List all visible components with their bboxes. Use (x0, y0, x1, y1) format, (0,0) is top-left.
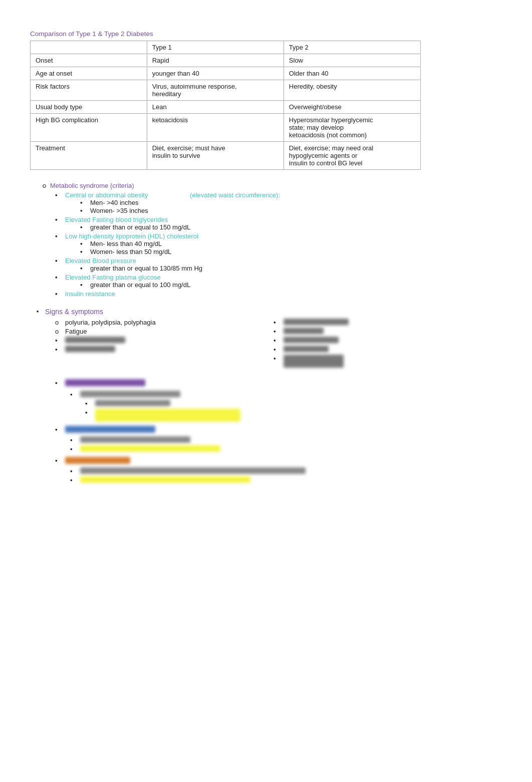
blurred-section-2: ▪ (55, 426, 502, 433)
sub-item: ▪ greater than or equal to 100 mg/dL (80, 281, 502, 289)
signs-item-bullet: o (55, 328, 65, 335)
bullet: ▪ (55, 457, 65, 464)
blurred-sub-item: ▪ (70, 391, 502, 398)
blurred-text (65, 337, 125, 343)
row-type2: Heredity, obesity (284, 80, 420, 101)
bullet: ▪ (70, 445, 80, 453)
blurred-text (95, 400, 170, 406)
criteria-item-hdl: ▪ Low high-density lipoprotein (HDL) cho… (55, 232, 502, 256)
signs-item-bullet: ▪ (274, 346, 284, 353)
criteria-content: Elevated Blood pressure ▪ greater than o… (65, 257, 502, 273)
criteria-bullet: ▪ (55, 216, 65, 223)
criteria-item: ▪ Central or abdominal obesity (elevated… (55, 191, 502, 215)
row-label: Usual body type (31, 101, 147, 114)
signs-section: ▪ Signs & symptoms o polyuria, polydipsi… (30, 308, 502, 369)
blurred-text (284, 328, 324, 334)
metabolic-title: Metabolic syndrome (criteria) (50, 182, 134, 189)
signs-item-blurred: ▪ (274, 337, 502, 344)
blurred-highlight (95, 409, 240, 422)
signs-col-left: o polyuria, polydipsia, polyphagia o Fat… (30, 319, 258, 369)
sub-bullet: ▪ (80, 223, 90, 231)
row-type2: Overweight/obese (284, 101, 420, 114)
signs-item-bullet: ▪ (274, 337, 284, 344)
row-label: Risk factors (31, 80, 147, 101)
table-row: Age at onset younger than 40 Older than … (31, 67, 421, 80)
signs-item-bullet: o (55, 319, 65, 326)
criteria-bullet: ▪ (55, 232, 65, 240)
sub-item: ▪ Women- less than 50 mg/dL (80, 248, 502, 255)
criteria-content: Central or abdominal obesity (elevated w… (65, 191, 502, 215)
sub-item: ▪ greater than or equal to 150 mg/dL (80, 223, 502, 231)
criteria-item-insulin: ▪ insulin resistance (55, 290, 502, 298)
row-label: Treatment (31, 142, 147, 170)
sub-item: ▪ greater than or equal to 130/85 mm Hg (80, 265, 502, 272)
blurred-text (284, 355, 344, 368)
criteria-label: Central or abdominal obesity (65, 191, 148, 199)
bullet: ▪ (55, 426, 65, 433)
table-title: Comparison of Type 1 & Type 2 Diabetes (30, 30, 502, 38)
signs-item-blurred: ▪ (274, 319, 502, 326)
sub-list: ▪ greater than or equal to 130/85 mm Hg (80, 265, 502, 272)
blurred-text (284, 346, 329, 352)
criteria-label-triglycerides: Elevated Fasting blood triglycerides (65, 216, 168, 223)
bullet: ▪ (70, 476, 80, 484)
blurred-item-highlight: ▪ (70, 445, 502, 453)
sub-list: ▪ Men- less than 40 mg/dL ▪ Women- less … (80, 240, 502, 255)
criteria-item-glucose: ▪ Elevated Fasting plasma glucose ▪ grea… (55, 274, 502, 289)
signs-bullet: ▪ (30, 308, 45, 315)
criteria-content: Low high-density lipoprotein (HDL) chole… (65, 232, 502, 256)
signs-item-blurred: ▪ (274, 346, 502, 353)
blurred-highlight-3 (80, 476, 250, 483)
blurred-highlight-2 (80, 445, 220, 452)
sub-list: ▪ Men- >40 inches ▪ Women- >35 inches (80, 199, 502, 214)
table-row: Risk factors Virus, autoimmune response,… (31, 80, 421, 101)
sub-bullet: ▪ (80, 281, 90, 289)
sub-bullet: ▪ (80, 265, 90, 272)
blurred-title-3 (65, 457, 130, 464)
criteria-bullet: ▪ (55, 191, 65, 199)
blurred-sub-section-2: ▪ ▪ (70, 436, 502, 453)
criteria-content: Elevated Fasting blood triglycerides ▪ g… (65, 216, 502, 231)
bullet: ▪ (70, 467, 80, 475)
blurred-item-highlight: ▪ (70, 476, 502, 484)
criteria-extra: (elevated waist circumference): (190, 191, 280, 199)
criteria-content: insulin resistance (65, 290, 502, 298)
sub-text: Women- >35 inches (90, 207, 148, 214)
signs-item: o Fatigue (55, 328, 258, 335)
blurred-text (284, 337, 339, 343)
row-type2: Slow (284, 54, 420, 67)
blurred-section-3: ▪ (55, 457, 502, 464)
criteria-bullet: ▪ (55, 274, 65, 281)
blurred-text (80, 391, 180, 397)
sub-list: ▪ greater than or equal to 100 mg/dL (80, 281, 502, 289)
blurred-sub-section-3: ▪ ▪ (70, 467, 502, 484)
criteria-label-bp: Elevated Blood pressure (65, 257, 136, 265)
row-type1: Lean (147, 101, 284, 114)
signs-item-blurred: ▪ (55, 346, 258, 353)
table-row: Onset Rapid Slow (31, 54, 421, 67)
metabolic-section: o Metabolic syndrome (criteria) ▪ Centra… (30, 182, 502, 298)
signs-title: Signs & symptoms (45, 308, 103, 316)
signs-col-right: ▪ ▪ ▪ ▪ (274, 319, 502, 369)
criteria-content: Elevated Fasting plasma glucose ▪ greate… (65, 274, 502, 289)
criteria-label-insulin: insulin resistance (65, 290, 115, 298)
bullet: ▪ (85, 409, 95, 422)
signs-columns: o polyuria, polydipsia, polyphagia o Fat… (30, 319, 502, 369)
signs-right-blurred: ▪ ▪ ▪ ▪ (274, 319, 502, 368)
blurred-sub-section-1: ▪ ▪ ▪ (70, 391, 502, 422)
row-label: High BG complication (31, 114, 147, 142)
sub-list: ▪ greater than or equal to 150 mg/dL (80, 223, 502, 231)
criteria-bullet: ▪ (55, 257, 65, 265)
criteria-item-bp: ▪ Elevated Blood pressure ▪ greater than… (55, 257, 502, 273)
signs-item-bullet: ▪ (55, 346, 65, 353)
blurred-text (65, 346, 115, 352)
signs-item-bullet: ▪ (274, 328, 284, 335)
blurred-text (80, 436, 190, 443)
criteria-item-triglycerides: ▪ Elevated Fasting blood triglycerides ▪… (55, 216, 502, 231)
sub-text: Men- less than 40 mg/dL (90, 240, 162, 247)
signs-item-blurred: ▪ (55, 337, 258, 344)
header-type2: Type 2 (284, 41, 420, 54)
sub-text: greater than or equal to 130/85 mm Hg (90, 265, 202, 272)
blurred-bottom-section: ▪ ▪ ▪ ▪ ▪ ▪ ▪ (55, 379, 502, 484)
signs-item-text: polyuria, polydipsia, polyphagia (65, 319, 156, 326)
